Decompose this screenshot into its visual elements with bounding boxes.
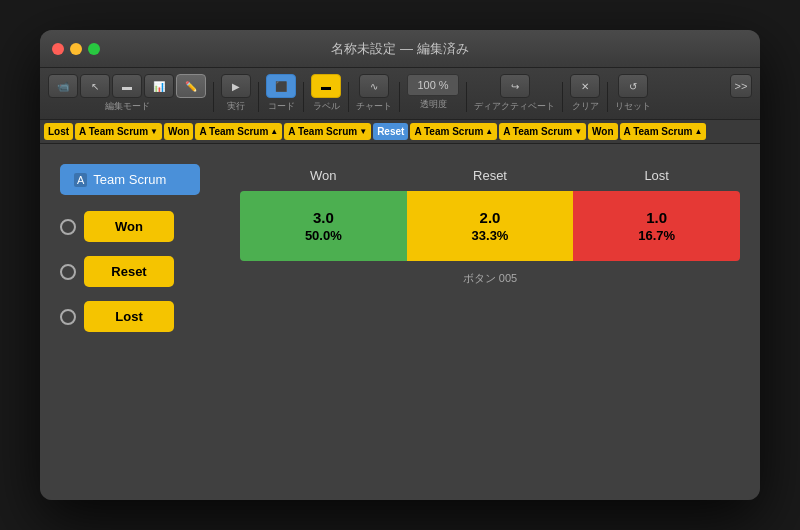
toolbar-edit-label: 編集モード [105,100,150,113]
data-table: Won Reset Lost 3.0 50.0% 2.0 33.3% [240,164,740,261]
cell-won[interactable]: 3.0 50.0% [240,191,407,261]
toolbar-group-run: ▶ 実行 [221,74,251,113]
toolbar-label-btn[interactable]: ▬ [311,74,341,98]
toolbar-group-label: ▬ ラベル [311,74,341,113]
radio-item-reset: Reset [60,256,200,287]
cell-reset[interactable]: 2.0 33.3% [407,191,574,261]
separator-6 [466,82,467,112]
main-window: 名称未設定 — 編集済み 📹 ↖ ▬ 📊 ✏️ 編集モード ▶ 実行 [40,30,760,500]
reset-button[interactable]: Reset [84,256,174,287]
tag-reset[interactable]: Reset [373,123,408,140]
chevron-down-icon-3: ▼ [574,127,582,136]
right-panel: Won Reset Lost 3.0 50.0% 2.0 33.3% [240,164,740,286]
toolbar-code-label: コード [268,100,295,113]
won-button[interactable]: Won [84,211,174,242]
more-button[interactable]: >> [730,74,752,98]
window-title: 名称未設定 — 編集済み [331,40,468,58]
chevron-down-icon: ▼ [150,127,158,136]
main-content: A Team Scrum Won Reset Lost [40,144,760,500]
table-body: 3.0 50.0% 2.0 33.3% 1.0 16.7% [240,191,740,261]
radio-reset[interactable] [60,264,76,280]
header-won: Won [240,164,407,187]
toolbar-text-btn[interactable]: ▬ [112,74,142,98]
transparency-input[interactable] [407,74,459,96]
toolbar-clear-label: クリア [572,100,599,113]
radio-group: Won Reset Lost [60,211,200,332]
header-lost: Lost [573,164,740,187]
cell-lost[interactable]: 1.0 16.7% [573,191,740,261]
header-reset: Reset [407,164,574,187]
left-panel: A Team Scrum Won Reset Lost [60,164,200,332]
chevron-up-icon-2: ▲ [485,127,493,136]
radio-won[interactable] [60,219,76,235]
toolbar-run-label: 実行 [227,100,245,113]
toolbar-group-edit: 📹 ↖ ▬ 📊 ✏️ 編集モード [48,74,206,113]
toolbar-chart-btn[interactable]: 📊 [144,74,174,98]
tag-a-team-scrum-2[interactable]: A Team Scrum ▲ [195,123,282,140]
separator-2 [258,82,259,112]
lost-count: 1.0 [646,209,667,226]
team-scrum-button[interactable]: A Team Scrum [60,164,200,195]
separator-5 [399,82,400,112]
toolbar-chart-wave-btn[interactable]: ∿ [359,74,389,98]
radio-item-lost: Lost [60,301,200,332]
close-button[interactable] [52,43,64,55]
separator-7 [562,82,563,112]
toolbar-group-clear: ✕ クリア [570,74,600,113]
toolbar-reset-label: リセット [615,100,651,113]
toolbar-label-label: ラベル [313,100,340,113]
separator-1 [213,82,214,112]
toolbar-group-reset: ↺ リセット [615,74,651,113]
tag-a-team-scrum-1[interactable]: A Team Scrum ▼ [75,123,162,140]
toolbar-play-btn[interactable]: ▶ [221,74,251,98]
toolbar-group-code: ⬛ コード [266,74,296,113]
chevron-up-icon-3: ▲ [694,127,702,136]
radio-lost[interactable] [60,309,76,325]
content-area: A Team Scrum Won Reset Lost [60,164,740,332]
maximize-button[interactable] [88,43,100,55]
separator-4 [348,82,349,112]
toolbar-deactivate-label: ディアクティベート [474,100,555,113]
lost-button[interactable]: Lost [84,301,174,332]
reset-count: 2.0 [480,209,501,226]
won-count: 3.0 [313,209,334,226]
reset-pct: 33.3% [472,228,509,243]
separator-8 [607,82,608,112]
toolbar-pencil-btn[interactable]: ✏️ [176,74,206,98]
toolbar-transparency-label: 透明度 [420,98,447,111]
toolbar-reset-btn[interactable]: ↺ [618,74,648,98]
won-pct: 50.0% [305,228,342,243]
title-bar: 名称未設定 — 編集済み [40,30,760,68]
minimize-button[interactable] [70,43,82,55]
separator-3 [303,82,304,112]
button-label: ボタン 005 [240,271,740,286]
toolbar-group-deactivate: ↪ ディアクティベート [474,74,555,113]
toolbar-chart-label: チャート [356,100,392,113]
toolbar-toggle-btn[interactable]: ⬛ [266,74,296,98]
tag-won-2[interactable]: Won [588,123,617,140]
chevron-up-icon: ▲ [270,127,278,136]
team-icon: A [74,173,87,187]
toolbar-deactivate-btn[interactable]: ↪ [500,74,530,98]
tag-a-team-scrum-3[interactable]: A Team Scrum ▼ [284,123,371,140]
traffic-lights [52,43,100,55]
lost-pct: 16.7% [638,228,675,243]
toolbar-group-chart: ∿ チャート [356,74,392,113]
tag-won-1[interactable]: Won [164,123,193,140]
toolbar-video-btn[interactable]: 📹 [48,74,78,98]
tag-a-team-scrum-5[interactable]: A Team Scrum ▼ [499,123,586,140]
toolbar-group-transparency: 透明度 [407,74,459,111]
tag-a-team-scrum-4[interactable]: A Team Scrum ▲ [410,123,497,140]
toolbar-cursor-btn[interactable]: ↖ [80,74,110,98]
tag-bar: Lost A Team Scrum ▼ Won A Team Scrum ▲ A… [40,120,760,144]
toolbar-clear-btn[interactable]: ✕ [570,74,600,98]
toolbar: 📹 ↖ ▬ 📊 ✏️ 編集モード ▶ 実行 ⬛ コード [40,68,760,120]
tag-a-team-scrum-6[interactable]: A Team Scrum ▲ [620,123,707,140]
team-button-label: Team Scrum [93,172,166,187]
table-header: Won Reset Lost [240,164,740,187]
radio-item-won: Won [60,211,200,242]
tag-lost[interactable]: Lost [44,123,73,140]
chevron-down-icon-2: ▼ [359,127,367,136]
